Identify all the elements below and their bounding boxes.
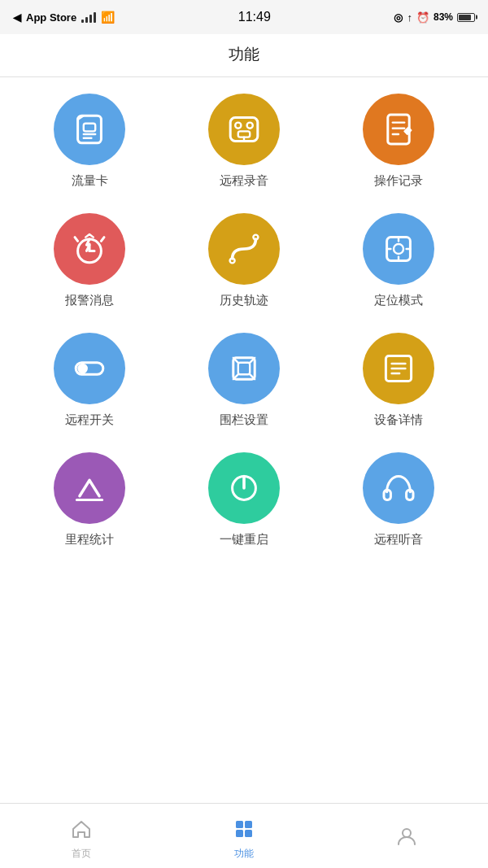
signal-bar-4 bbox=[94, 12, 96, 23]
carrier-label: App Store bbox=[26, 11, 76, 24]
icon-circle-yijian_chongqi bbox=[208, 452, 280, 524]
icon-label-shebei_xiangqing: 设备详情 bbox=[374, 412, 423, 428]
svg-point-19 bbox=[394, 244, 403, 254]
icon-circle-yuancheng_tinyin bbox=[363, 452, 434, 524]
tab-item-features[interactable]: 功能 bbox=[163, 811, 325, 861]
battery-icon bbox=[457, 13, 475, 22]
grid-item-caozuo_jilu[interactable]: 操作记录 bbox=[325, 94, 472, 189]
tab-item-home[interactable]: 首页 bbox=[0, 811, 163, 861]
grid-item-shebei_xiangqing[interactable]: 设备详情 bbox=[325, 333, 472, 428]
svg-rect-31 bbox=[238, 363, 250, 374]
svg-rect-44 bbox=[245, 830, 252, 837]
icon-label-yuancheng_tinyin: 远程听音 bbox=[374, 532, 423, 547]
icon-circle-lishi_guiji bbox=[208, 213, 280, 285]
svg-rect-41 bbox=[236, 821, 243, 828]
battery-percent: 83% bbox=[434, 11, 453, 23]
icon-label-licheng_tongji: 里程统计 bbox=[65, 532, 114, 547]
status-time: 11:49 bbox=[238, 10, 271, 24]
tab-label-home: 首页 bbox=[72, 847, 91, 861]
tab-bar: 首页 功能 bbox=[0, 803, 488, 868]
page-title-bar: 功能 bbox=[0, 34, 488, 77]
svg-point-6 bbox=[247, 123, 253, 129]
icon-circle-baojing_xiaoxi bbox=[54, 213, 125, 285]
arrow-icon: ↑ bbox=[407, 11, 412, 24]
wifi-icon: 📶 bbox=[101, 11, 115, 24]
grid-item-baojing_xiaoxi[interactable]: 报警消息 bbox=[16, 213, 163, 308]
icon-circle-licheng_tongji bbox=[54, 452, 125, 524]
grid-item-weilan_shezhi[interactable]: 围栏设置 bbox=[171, 333, 317, 428]
svg-point-25 bbox=[79, 364, 87, 373]
icon-label-weilan_shezhi: 围栏设置 bbox=[220, 412, 268, 428]
icon-circle-dingwei_moshi bbox=[363, 213, 434, 285]
alarm-clock-icon: ⏰ bbox=[416, 11, 429, 24]
grid-item-yuancheng_kaiguan[interactable]: 远程开关 bbox=[16, 333, 163, 428]
icon-circle-weilan_shezhi bbox=[208, 333, 280, 404]
grid-content: 流量卡 远程录音 操作记录 报警消息 历史轨迹 bbox=[0, 77, 488, 803]
signal-bars bbox=[81, 11, 96, 23]
battery-fill bbox=[459, 15, 471, 20]
back-arrow: ◀ bbox=[13, 11, 21, 24]
icon-label-lishi_guiji: 历史轨迹 bbox=[220, 293, 268, 308]
grid-item-licheng_tongji[interactable]: 里程统计 bbox=[16, 452, 163, 547]
icon-label-yijian_chongqi: 一键重启 bbox=[220, 532, 268, 547]
icon-label-yuancheng_luyin: 远程录音 bbox=[220, 173, 268, 189]
tab-icon-features bbox=[233, 818, 255, 844]
status-bar: ◀ App Store 📶 11:49 ◎ ↑ ⏰ 83% bbox=[0, 0, 488, 34]
signal-bar-3 bbox=[89, 15, 92, 23]
svg-rect-1 bbox=[84, 124, 95, 132]
svg-point-16 bbox=[230, 258, 235, 263]
grid-item-liuliang[interactable]: 流量卡 bbox=[16, 94, 163, 189]
page-title: 功能 bbox=[0, 44, 488, 65]
svg-rect-43 bbox=[236, 830, 243, 837]
icon-label-dingwei_moshi: 定位模式 bbox=[374, 293, 423, 308]
grid-item-yuancheng_tinyin[interactable]: 远程听音 bbox=[325, 452, 472, 547]
icon-circle-liuliang bbox=[54, 94, 125, 165]
icon-circle-shebei_xiangqing bbox=[363, 333, 434, 404]
battery-indicator bbox=[457, 13, 475, 22]
icon-label-caozuo_jilu: 操作记录 bbox=[374, 173, 423, 189]
grid-item-yijian_chongqi[interactable]: 一键重启 bbox=[171, 452, 317, 547]
tab-label-features: 功能 bbox=[234, 847, 254, 861]
svg-point-17 bbox=[253, 235, 258, 240]
status-left: ◀ App Store 📶 bbox=[13, 11, 115, 24]
icon-grid: 流量卡 远程录音 操作记录 报警消息 历史轨迹 bbox=[8, 94, 480, 547]
tab-icon-profile bbox=[395, 825, 418, 851]
status-right: ◎ ↑ ⏰ 83% bbox=[394, 11, 475, 24]
icon-circle-caozuo_jilu bbox=[363, 94, 434, 165]
svg-point-5 bbox=[235, 123, 241, 129]
svg-rect-42 bbox=[245, 821, 252, 828]
grid-item-lishi_guiji[interactable]: 历史轨迹 bbox=[171, 213, 317, 308]
signal-bar-2 bbox=[85, 17, 88, 23]
icon-label-yuancheng_kaiguan: 远程开关 bbox=[65, 412, 114, 428]
grid-item-yuancheng_luyin[interactable]: 远程录音 bbox=[171, 94, 317, 189]
icon-label-liuliang: 流量卡 bbox=[72, 173, 108, 189]
tab-icon-home bbox=[70, 818, 93, 844]
icon-circle-yuancheng_kaiguan bbox=[54, 333, 125, 404]
svg-point-45 bbox=[403, 829, 411, 837]
icon-label-baojing_xiaoxi: 报警消息 bbox=[65, 293, 114, 308]
icon-circle-yuancheng_luyin bbox=[208, 94, 280, 165]
location-icon: ◎ bbox=[394, 11, 403, 24]
signal-bar-1 bbox=[81, 20, 84, 23]
grid-item-dingwei_moshi[interactable]: 定位模式 bbox=[325, 213, 472, 308]
tab-item-profile[interactable] bbox=[325, 818, 488, 854]
